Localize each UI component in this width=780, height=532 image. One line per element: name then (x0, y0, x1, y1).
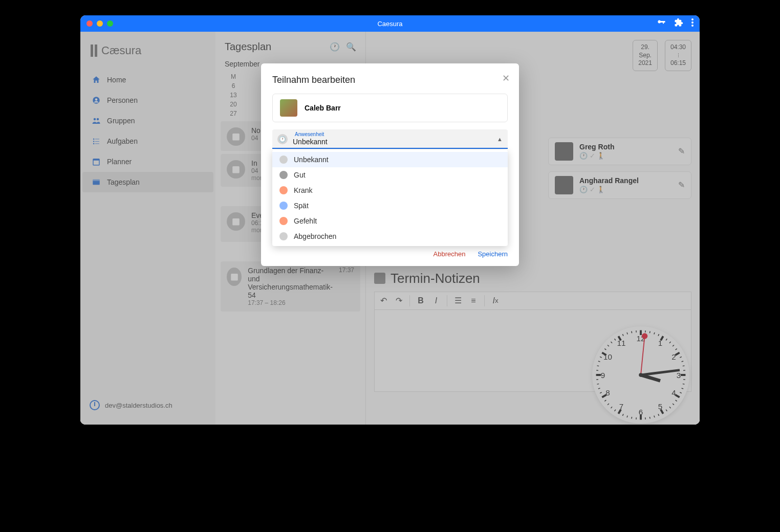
attendance-select[interactable]: 🕐 Anwesenheit Unbekannt ▲ (272, 129, 508, 149)
person-box: Caleb Barr (272, 94, 508, 122)
more-icon[interactable] (691, 18, 694, 29)
option-unbekannt[interactable]: Unbekannt (272, 152, 508, 167)
option-abgebrochen[interactable]: Abgebrochen (272, 229, 508, 244)
svg-point-2 (691, 25, 694, 27)
cancel-button[interactable]: Abbrechen (434, 250, 466, 258)
svg-point-1 (691, 21, 694, 24)
attendance-dropdown: Unbekannt Gut Krank Spät Gefehlt Abgebro… (272, 150, 508, 246)
titlebar: Caesura (80, 15, 700, 32)
close-window[interactable] (86, 20, 93, 27)
avatar (280, 99, 297, 117)
edit-participation-modal: ✕ Teilnahm bearbeiten Caleb Barr 🕐 Anwes… (261, 63, 519, 266)
key-icon[interactable] (657, 18, 666, 29)
option-spaet[interactable]: Spät (272, 198, 508, 213)
close-icon[interactable]: ✕ (502, 73, 510, 84)
modal-title: Teilnahm bearbeiten (272, 75, 508, 85)
option-gefehlt[interactable]: Gefehlt (272, 213, 508, 229)
extension-icon[interactable] (674, 18, 683, 29)
option-krank[interactable]: Krank (272, 183, 508, 198)
save-button[interactable]: Speichern (478, 250, 508, 258)
clock-icon: 🕐 (277, 134, 288, 144)
minimize-window[interactable] (97, 20, 103, 27)
option-gut[interactable]: Gut (272, 167, 508, 183)
modal-overlay[interactable]: ✕ Teilnahm bearbeiten Caleb Barr 🕐 Anwes… (80, 32, 700, 425)
chevron-up-icon: ▲ (497, 136, 503, 142)
svg-point-0 (691, 18, 694, 20)
maximize-window[interactable] (107, 20, 113, 27)
window-title: Caesura (377, 20, 402, 28)
